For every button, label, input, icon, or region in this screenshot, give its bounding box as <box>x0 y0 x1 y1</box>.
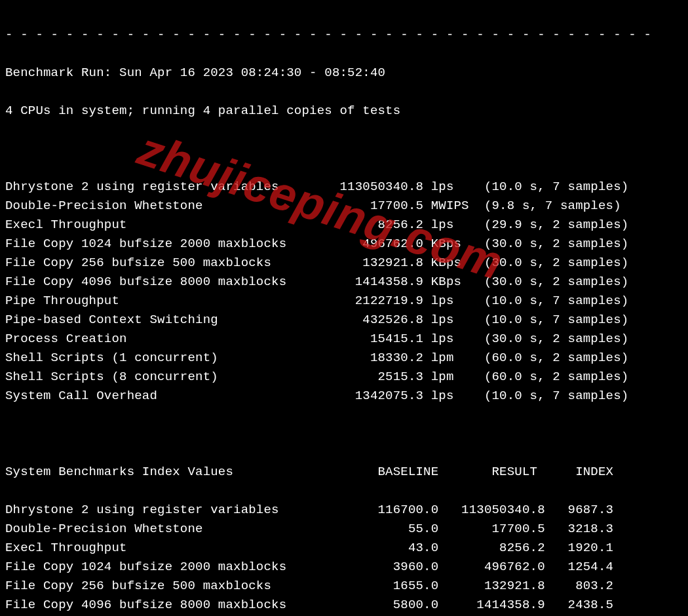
benchmark-run-row: Execl Throughput 8256.2 lps (29.9 s, 2 s… <box>5 216 683 235</box>
index-table-row: Execl Throughput 43.0 8256.2 1920.1 <box>5 539 683 558</box>
benchmark-run-row: File Copy 1024 bufsize 2000 maxblocks 49… <box>5 235 683 254</box>
benchmark-run-row: Shell Scripts (1 concurrent) 18330.2 lpm… <box>5 349 683 368</box>
benchmark-run-row: File Copy 256 bufsize 500 maxblocks 1329… <box>5 254 683 273</box>
index-table-block: Dhrystone 2 using register variables 116… <box>5 501 683 616</box>
benchmark-run-row: Shell Scripts (8 concurrent) 2515.3 lpm … <box>5 368 683 387</box>
cpu-info-line: 4 CPUs in system; running 4 parallel cop… <box>5 102 683 121</box>
index-header-row: System Benchmarks Index Values BASELINE … <box>5 463 683 482</box>
index-table-row: File Copy 4096 bufsize 8000 maxblocks 58… <box>5 596 683 615</box>
benchmark-runs-block: Dhrystone 2 using register variables 113… <box>5 178 683 406</box>
benchmark-run-row: System Call Overhead 1342075.3 lps (10.0… <box>5 387 683 406</box>
benchmark-run-line: Benchmark Run: Sun Apr 16 2023 08:24:30 … <box>5 64 683 83</box>
benchmark-run-row: Double-Precision Whetstone 17700.5 MWIPS… <box>5 197 683 216</box>
separator-line: - - - - - - - - - - - - - - - - - - - - … <box>5 26 683 45</box>
index-table-row: Dhrystone 2 using register variables 116… <box>5 501 683 520</box>
blank-line <box>5 140 683 159</box>
index-table-row: File Copy 256 bufsize 500 maxblocks 1655… <box>5 577 683 596</box>
terminal-output: - - - - - - - - - - - - - - - - - - - - … <box>0 0 688 616</box>
index-table-row: File Copy 1024 bufsize 2000 maxblocks 39… <box>5 558 683 577</box>
benchmark-run-row: File Copy 4096 bufsize 8000 maxblocks 14… <box>5 273 683 292</box>
benchmark-run-row: Pipe Throughput 2122719.9 lps (10.0 s, 7… <box>5 292 683 311</box>
index-table-row: Double-Precision Whetstone 55.0 17700.5 … <box>5 520 683 539</box>
benchmark-run-row: Pipe-based Context Switching 432526.8 lp… <box>5 311 683 330</box>
benchmark-run-row: Process Creation 15415.1 lps (30.0 s, 2 … <box>5 330 683 349</box>
benchmark-run-row: Dhrystone 2 using register variables 113… <box>5 178 683 197</box>
blank-line <box>5 425 683 444</box>
